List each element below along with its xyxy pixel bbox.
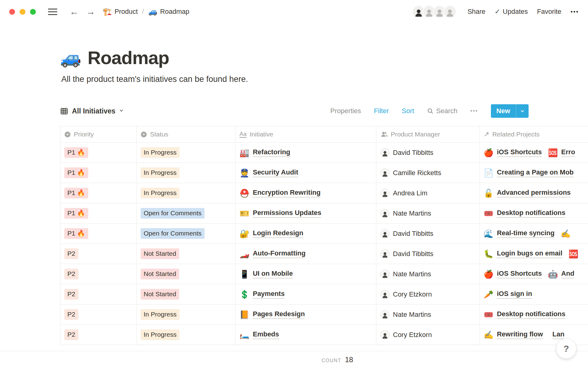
initiative-link[interactable]: 🔐 Login Redesign (239, 229, 303, 238)
initiative-link[interactable]: 📱 UI on Mobile (239, 270, 293, 278)
page-icon-car-emoji[interactable]: 🚙 (60, 49, 81, 67)
table-row[interactable]: P1 🔥 In Progress 👮 Security Audit Camill… (60, 163, 588, 183)
status-cell[interactable]: Not Started (137, 284, 236, 304)
priority-cell[interactable]: P2 (60, 325, 137, 345)
status-cell[interactable]: In Progress (137, 163, 236, 183)
initiative-cell[interactable]: 💲 Payments (236, 284, 376, 304)
zoom-window-button[interactable] (30, 9, 36, 15)
status-cell[interactable]: In Progress (137, 183, 236, 203)
priority-cell[interactable]: P2 (60, 284, 137, 304)
status-cell[interactable]: In Progress (137, 305, 236, 324)
related-projects-cell[interactable]: 🐛 Login bugs on email 🆘 (480, 244, 588, 264)
product-manager-cell[interactable]: Nate Martins (376, 203, 480, 223)
initiative-cell[interactable]: 🏎️ Auto-Formatting (236, 244, 376, 264)
forward-arrow-icon[interactable]: → (86, 7, 95, 16)
priority-cell[interactable]: P2 (60, 305, 137, 324)
status-cell[interactable]: Not Started (137, 264, 236, 284)
initiative-cell[interactable]: 🔐 Login Redesign (236, 224, 376, 243)
initiative-link[interactable]: ⛑️ Encryption Rewriting (239, 189, 321, 197)
status-cell[interactable]: Open for Comments (137, 224, 236, 243)
related-project-link[interactable]: 🍎 iOS Shortcuts (484, 148, 542, 157)
related-project-link[interactable]: 🎟️ Desktop notifications (484, 310, 565, 319)
product-manager-cell[interactable]: Cory Etzkorn (376, 284, 480, 304)
related-projects-cell[interactable]: 🎟️ Desktop notifications (480, 305, 588, 324)
sort-button[interactable]: Sort (402, 107, 414, 115)
table-row[interactable]: P2 Not Started 💲 Payments Cory Etzkorn 🥕… (60, 284, 588, 305)
table-row[interactable]: P1 🔥 In Progress 🏭 Refactoring David Tib… (60, 143, 588, 163)
table-row[interactable]: P2 Not Started 🏎️ Auto-Formatting David … (60, 244, 588, 264)
breadcrumb-item-roadmap[interactable]: 🚙 Roadmap (148, 7, 189, 16)
initiative-cell[interactable]: 📱 UI on Mobile (236, 264, 376, 284)
column-header-product-manager[interactable]: Product Manager (376, 126, 480, 142)
initiative-cell[interactable]: 📙 Pages Redesign (236, 305, 376, 324)
product-manager-cell[interactable]: Andrea Lim (376, 183, 480, 203)
related-project-link[interactable]: 🆘 (568, 250, 578, 258)
related-project-link[interactable]: 🤖 And (548, 270, 574, 278)
product-manager-cell[interactable]: David Tibbitts (376, 224, 480, 243)
initiative-cell[interactable]: 👮 Security Audit (236, 163, 376, 183)
initiative-link[interactable]: 📙 Pages Redesign (239, 310, 305, 319)
related-projects-cell[interactable]: 🌊 Real-time syncing ✍️ (480, 224, 588, 243)
priority-cell[interactable]: P2 (60, 244, 137, 264)
related-project-link[interactable]: 🥕 iOS sign in (484, 290, 532, 299)
new-button-dropdown[interactable] (516, 104, 529, 118)
priority-cell[interactable]: P1 🔥 (60, 163, 137, 183)
related-project-link[interactable]: 🌊 Real-time syncing (484, 229, 555, 238)
new-button[interactable]: New (491, 104, 529, 118)
related-projects-cell[interactable]: 📄 Creating a Page on Mob (480, 163, 588, 183)
initiative-link[interactable]: 👮 Security Audit (239, 168, 298, 177)
view-more-options-icon[interactable]: ••• (470, 108, 478, 114)
related-project-link[interactable]: 🔓 Advanced permissions (484, 189, 571, 197)
product-manager-cell[interactable]: David Tibbitts (376, 244, 480, 264)
status-cell[interactable]: Open for Comments (137, 203, 236, 223)
product-manager-cell[interactable]: David Tibbitts (376, 143, 480, 163)
help-button[interactable]: ? (556, 339, 576, 359)
related-project-link[interactable]: 🍎 iOS Shortcuts (484, 270, 542, 278)
view-selector[interactable]: All Initiatives (60, 107, 124, 115)
table-row[interactable]: P2 In Progress 🛏️ Embeds Cory Etzkorn ✍️… (60, 325, 588, 345)
avatar[interactable] (443, 5, 456, 18)
related-project-link[interactable]: Lan (549, 330, 564, 339)
related-project-link[interactable]: ✍️ (561, 230, 571, 238)
updates-button[interactable]: ✓ Updates (495, 8, 528, 16)
filter-button[interactable]: Filter (374, 107, 389, 115)
status-cell[interactable]: Not Started (137, 244, 236, 264)
priority-cell[interactable]: P1 🔥 (60, 183, 137, 203)
initiative-link[interactable]: 🎫 Permissions Updates (239, 209, 321, 218)
priority-cell[interactable]: P1 🔥 (60, 224, 137, 243)
table-row[interactable]: P2 Not Started 📱 UI on Mobile Nate Marti… (60, 264, 588, 284)
table-row[interactable]: P1 🔥 Open for Comments 🎫 Permissions Upd… (60, 203, 588, 224)
close-window-button[interactable] (9, 9, 15, 15)
table-row[interactable]: P2 In Progress 📙 Pages Redesign Nate Mar… (60, 305, 588, 325)
initiative-link[interactable]: 🏭 Refactoring (239, 148, 290, 157)
breadcrumb-item-product[interactable]: 🏗️ Product (103, 7, 138, 16)
related-projects-cell[interactable]: 🍎 iOS Shortcuts 🤖 And (480, 264, 588, 284)
search-button[interactable]: Search (427, 107, 458, 115)
related-project-link[interactable]: 📄 Creating a Page on Mob (484, 168, 574, 177)
initiative-link[interactable]: 🏎️ Auto-Formatting (239, 249, 306, 258)
product-manager-cell[interactable]: Camille Ricketts (376, 163, 480, 183)
related-project-link[interactable]: 🆘 Erro (548, 148, 575, 157)
table-row[interactable]: P1 🔥 Open for Comments 🔐 Login Redesign … (60, 224, 588, 244)
column-header-priority[interactable]: Priority (60, 126, 137, 142)
priority-cell[interactable]: P2 (60, 264, 137, 284)
product-manager-cell[interactable]: Nate Martins (376, 305, 480, 324)
initiative-cell[interactable]: 🏭 Refactoring (236, 143, 376, 163)
share-button[interactable]: Share (467, 8, 485, 16)
related-project-link[interactable]: ✍️ Rewriting flow (484, 330, 543, 339)
column-header-initiative[interactable]: Aa Initiative (236, 126, 376, 142)
related-project-link[interactable]: 🎟️ Desktop notifications (484, 209, 565, 218)
initiative-cell[interactable]: 🛏️ Embeds (236, 325, 376, 345)
related-projects-cell[interactable]: 🎟️ Desktop notifications (480, 203, 588, 223)
status-cell[interactable]: In Progress (137, 325, 236, 345)
product-manager-cell[interactable]: Nate Martins (376, 264, 480, 284)
favorite-button[interactable]: Favorite (537, 8, 561, 16)
related-project-link[interactable]: 🐛 Login bugs on email (484, 249, 562, 258)
initiative-link[interactable]: 🛏️ Embeds (239, 330, 279, 339)
priority-cell[interactable]: P1 🔥 (60, 143, 137, 163)
column-header-status[interactable]: Status (137, 126, 236, 142)
table-row[interactable]: P1 🔥 In Progress ⛑️ Encryption Rewriting… (60, 183, 588, 203)
initiative-link[interactable]: 💲 Payments (239, 290, 285, 299)
properties-button[interactable]: Properties (330, 107, 361, 115)
sidebar-toggle-icon[interactable] (48, 9, 57, 15)
